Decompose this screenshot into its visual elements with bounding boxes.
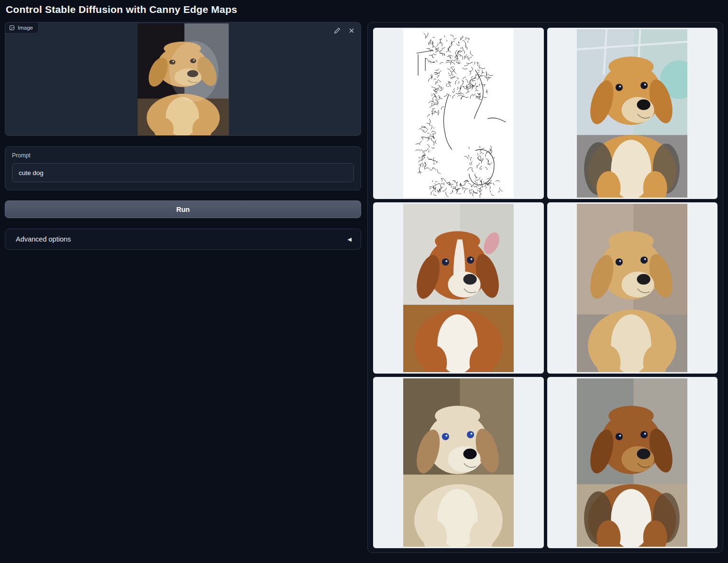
image-tab-label: Image (18, 25, 33, 31)
prompt-input[interactable] (12, 163, 354, 182)
image-input-component: Image (5, 22, 361, 136)
main-columns: Image (5, 22, 723, 553)
advanced-options-label: Advanced options (16, 235, 71, 243)
gallery-item-edge-map[interactable] (373, 28, 544, 199)
gallery-item-generated-3[interactable] (547, 202, 718, 374)
run-button[interactable]: Run (5, 200, 361, 218)
gallery-item-generated-2[interactable] (373, 202, 544, 374)
input-image-photo[interactable] (137, 23, 229, 135)
pencil-icon[interactable] (333, 26, 342, 35)
prompt-panel: Prompt (5, 146, 361, 190)
image-icon (9, 25, 15, 31)
page-title: Control Stable Diffusion with Canny Edge… (5, 3, 723, 22)
app-root: Control Stable Diffusion with Canny Edge… (0, 0, 728, 553)
gallery-item-generated-4[interactable] (373, 377, 544, 548)
output-gallery (367, 22, 723, 553)
image-actions (333, 26, 356, 35)
gallery-item-generated-1[interactable] (547, 28, 718, 199)
prompt-label: Prompt (12, 152, 354, 159)
gallery-item-generated-5[interactable] (547, 377, 718, 548)
left-triangle-icon: ◀ (348, 237, 352, 242)
image-tab: Image (5, 22, 39, 33)
advanced-options-accordion[interactable]: Advanced options ◀ (5, 229, 361, 250)
close-icon[interactable] (347, 26, 356, 35)
left-column: Image (5, 22, 361, 250)
